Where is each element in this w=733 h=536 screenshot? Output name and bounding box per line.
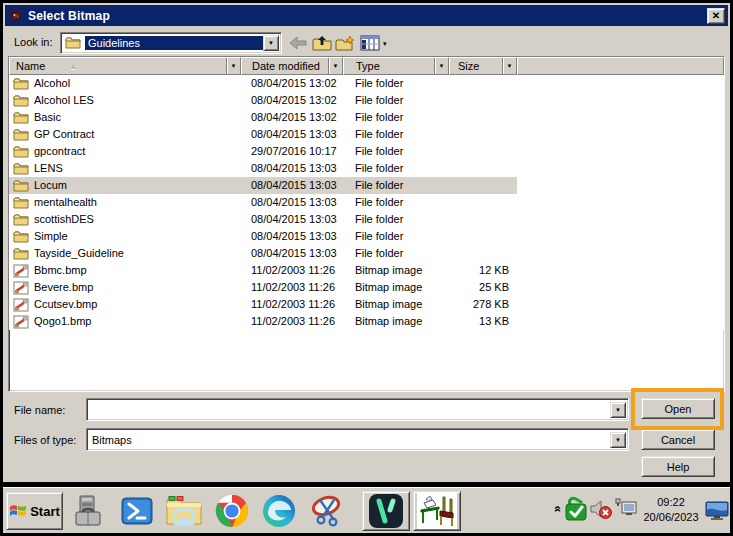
file-row[interactable]: gpcontract 29/07/2016 10:17 File folder (9, 143, 517, 160)
column-header-type[interactable]: Type ▼ (343, 57, 449, 75)
file-row[interactable]: Bbmc.bmp 11/02/2003 11:26 Bitmap image 1… (9, 262, 517, 279)
column-header-row: Name ▲ ▼ Date modified ▼ Type ▼ Size ▼ (9, 57, 724, 75)
server-manager-icon[interactable] (69, 493, 109, 529)
file-date-cell: 08/04/2015 13:03 (241, 126, 343, 143)
volume-muted-icon[interactable] (589, 498, 613, 520)
file-explorer-icon[interactable] (164, 493, 204, 529)
help-button[interactable]: Help (641, 456, 715, 477)
show-desktop-icon[interactable] (705, 501, 729, 521)
file-row[interactable]: mentalhealth 08/04/2015 13:03 File folde… (9, 194, 517, 211)
file-name-cell: Bbmc.bmp (9, 262, 241, 279)
file-date-cell: 11/02/2003 11:26 (241, 279, 343, 296)
powershell-icon[interactable] (117, 493, 157, 529)
furniture-drawing-window-button[interactable] (413, 491, 461, 531)
file-date-cell: 08/04/2015 13:03 (241, 228, 343, 245)
file-name-cell: Tayside_Guideline (9, 245, 241, 262)
snipping-tool-icon[interactable] (308, 493, 348, 529)
file-row[interactable]: LENS 08/04/2015 13:03 File folder (9, 160, 517, 177)
look-in-dropdown-icon[interactable]: ▼ (263, 35, 279, 51)
file-name-dropdown-icon[interactable]: ▼ (610, 402, 626, 418)
title-bar[interactable]: Select Bitmap ✕ (5, 5, 728, 26)
cancel-button[interactable]: Cancel (641, 429, 715, 450)
folder-icon (13, 111, 30, 125)
bitmap-file-icon (13, 298, 29, 312)
file-type-cell: Bitmap image (343, 262, 449, 279)
bitmap-file-icon (13, 264, 29, 278)
folder-icon (13, 94, 30, 108)
file-row[interactable]: Tayside_Guideline 08/04/2015 13:03 File … (9, 245, 517, 262)
file-name-cell: Alcohol LES (9, 92, 241, 109)
sort-ascending-icon: ▲ (69, 62, 77, 71)
file-row[interactable]: Bevere.bmp 11/02/2003 11:26 Bitmap image… (9, 279, 517, 296)
file-date-cell: 11/02/2003 11:26 (241, 262, 343, 279)
up-one-level-icon[interactable] (311, 33, 333, 53)
file-type-cell: File folder (343, 160, 449, 177)
file-row[interactable]: Simple 08/04/2015 13:03 File folder (9, 228, 517, 245)
files-of-type-value: Bitmaps (89, 434, 610, 446)
open-button-highlight-annotation (631, 388, 724, 430)
windows-logo-icon (9, 503, 27, 519)
folder-icon (13, 162, 30, 176)
file-type-cell: Bitmap image (343, 296, 449, 313)
file-row[interactable]: GP Contract 08/04/2015 13:03 File folder (9, 126, 517, 143)
file-row[interactable]: Alcohol LES 08/04/2015 13:02 File folder (9, 92, 517, 109)
file-date-cell: 08/04/2015 13:03 (241, 211, 343, 228)
column-header-name[interactable]: Name ▲ ▼ (9, 57, 241, 75)
back-icon[interactable] (287, 33, 309, 53)
select-bitmap-dialog: Select Bitmap ✕ Look in: Guidelines ▼ (3, 3, 730, 482)
column-header-size[interactable]: Size ▼ (449, 57, 517, 75)
clock-time: 09:22 (637, 495, 705, 510)
file-type-cell: Bitmap image (343, 313, 449, 330)
column-header-filler (517, 57, 724, 75)
view-menu-caret-icon[interactable]: ▾ (383, 40, 387, 48)
size-filter-dropdown-icon[interactable]: ▼ (502, 58, 516, 74)
folder-icon (13, 145, 30, 159)
file-type-cell: File folder (343, 228, 449, 245)
files-of-type-combobox[interactable]: Bitmaps ▼ (86, 428, 629, 451)
vision-app-window-button[interactable] (362, 491, 410, 531)
file-name-input[interactable]: ▼ (86, 398, 629, 421)
date-filter-dropdown-icon[interactable]: ▼ (328, 58, 342, 74)
taskbar-clock[interactable]: 09:22 20/06/2023 (637, 495, 705, 525)
file-date-cell: 11/02/2003 11:26 (241, 296, 343, 313)
files-of-type-dropdown-icon[interactable]: ▼ (610, 432, 626, 448)
vpn-client-tray-icon[interactable] (564, 496, 588, 522)
file-type-cell: Bitmap image (343, 279, 449, 296)
file-row[interactable]: Qogo1.bmp 11/02/2003 11:26 Bitmap image … (9, 313, 517, 330)
type-filter-dropdown-icon[interactable]: ▼ (434, 58, 448, 74)
file-name-cell: Alcohol (9, 75, 241, 92)
file-row[interactable]: Locum 08/04/2015 13:03 File folder (9, 177, 517, 194)
name-filter-dropdown-icon[interactable]: ▼ (226, 58, 240, 74)
folder-icon (13, 179, 30, 193)
clock-date: 20/06/2023 (637, 510, 705, 525)
file-date-cell: 08/04/2015 13:02 (241, 92, 343, 109)
file-row[interactable]: Alcohol 08/04/2015 13:02 File folder (9, 75, 517, 92)
network-tray-icon[interactable] (614, 498, 638, 520)
new-folder-icon[interactable] (334, 33, 356, 53)
file-list-body: Alcohol 08/04/2015 13:02 File folder (9, 75, 724, 330)
folder-icon (65, 36, 82, 50)
file-name-cell: gpcontract (9, 143, 241, 160)
file-name-cell: mentalhealth (9, 194, 241, 211)
file-size-cell: 12 KB (449, 262, 517, 279)
column-header-date-modified[interactable]: Date modified ▼ (241, 57, 343, 75)
start-button[interactable]: Start (6, 492, 63, 530)
chrome-icon[interactable] (212, 493, 252, 529)
file-type-cell: File folder (343, 194, 449, 211)
folder-icon (13, 213, 30, 227)
file-date-cell: 11/02/2003 11:26 (241, 313, 343, 330)
look-in-combobox[interactable]: Guidelines ▼ (60, 32, 282, 54)
bitmap-file-icon (13, 281, 29, 295)
file-date-cell: 29/07/2016 10:17 (241, 143, 343, 160)
file-name-cell: GP Contract (9, 126, 241, 143)
edge-icon[interactable] (259, 493, 299, 529)
file-type-cell: File folder (343, 245, 449, 262)
file-row[interactable]: Ccutsev.bmp 11/02/2003 11:26 Bitmap imag… (9, 296, 517, 313)
file-size-cell: 278 KB (449, 296, 517, 313)
file-row[interactable]: Basic 08/04/2015 13:02 File folder (9, 109, 517, 126)
view-menu-icon[interactable] (359, 33, 381, 53)
close-button[interactable]: ✕ (707, 8, 725, 24)
file-row[interactable]: scottishDES 08/04/2015 13:03 File folder (9, 211, 517, 228)
folder-icon (13, 230, 30, 244)
file-name-cell: Qogo1.bmp (9, 313, 241, 330)
